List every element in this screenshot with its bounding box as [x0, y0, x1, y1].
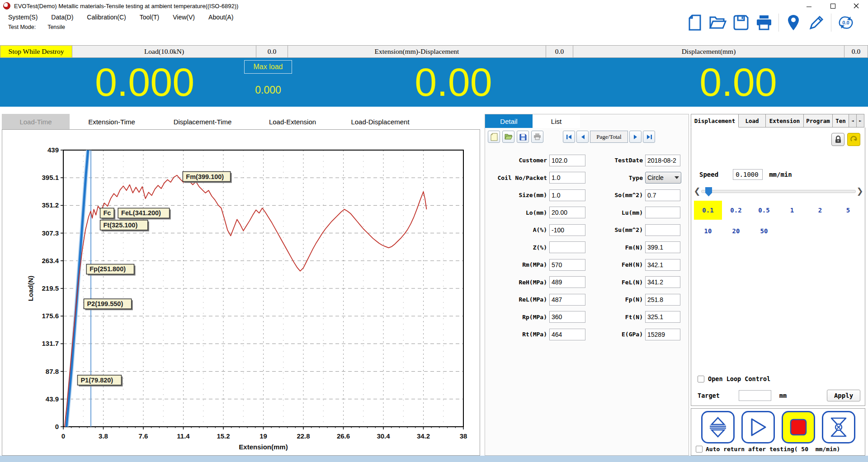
svg-text:0: 0 — [61, 432, 65, 440]
target-input[interactable] — [739, 390, 771, 401]
displacement-channel-label: Displacement(mm) — [573, 45, 844, 58]
open-folder-icon[interactable] — [709, 14, 726, 31]
field-input-rp-mpa[interactable] — [549, 311, 585, 323]
field-input-e-gpa[interactable] — [645, 329, 680, 340]
svg-text:Fp(251.800): Fp(251.800) — [90, 265, 126, 273]
svg-text:P2(199.550): P2(199.550) — [87, 300, 123, 307]
menu-item-calibration-c[interactable]: Calibration(C) — [87, 14, 126, 21]
chart-tab-load-extension[interactable]: Load-Extension — [251, 114, 334, 129]
field-input-su-mm-2[interactable] — [645, 224, 680, 236]
lock-icon[interactable] — [831, 133, 844, 146]
jog-up-down-button[interactable] — [701, 411, 735, 443]
field-input-fm-n[interactable] — [645, 241, 680, 253]
test-mode-value: Tensile — [47, 24, 65, 30]
control-tab-load[interactable]: Load — [739, 114, 766, 127]
chart-tab-extension-time[interactable]: Extension-Time — [70, 114, 154, 129]
control-tab-displacement[interactable]: Displacement — [691, 114, 739, 127]
control-tab-program[interactable]: Program — [804, 114, 833, 127]
speed-preset-row2: 102050 — [694, 222, 778, 240]
menu-item-data-d[interactable]: Data(D) — [51, 14, 73, 21]
field-input-lu-mm[interactable] — [645, 207, 680, 218]
speed-preset-10[interactable]: 10 — [694, 222, 722, 240]
speed-preset-50[interactable]: 50 — [750, 222, 778, 240]
detail-panel: DetailList Page/Total CustomerTestDateCo… — [485, 114, 689, 456]
svg-text:Ft(325.100): Ft(325.100) — [104, 222, 138, 229]
max-load-value: 0.000 — [244, 84, 292, 96]
location-pin-icon[interactable] — [785, 14, 802, 31]
minimize-button[interactable] — [797, 0, 821, 12]
start-test-button[interactable] — [741, 411, 775, 443]
record-open-icon[interactable] — [502, 131, 514, 143]
detail-tab-list[interactable]: List — [533, 114, 580, 128]
chart-tab-displacement-time[interactable]: Displacement-Time — [154, 114, 251, 129]
field-label-lu-mm: Lu(mm) — [585, 209, 645, 216]
speed-preset-5[interactable]: 5 — [834, 201, 862, 220]
detail-tab-detail[interactable]: Detail — [485, 114, 533, 128]
new-file-icon[interactable] — [686, 14, 703, 31]
svg-text:Load(N): Load(N) — [27, 276, 34, 302]
field-input-customer[interactable] — [549, 155, 585, 166]
speed-preset-0-1[interactable]: 0.1 — [694, 201, 722, 220]
speed-preset-0-5[interactable]: 0.5 — [750, 201, 778, 220]
zero-reset-label: 0.0 — [842, 20, 849, 25]
auto-return-checkbox[interactable] — [696, 446, 703, 453]
speed-preset-20[interactable]: 20 — [722, 222, 750, 240]
menu-item-about-a[interactable]: About(A) — [208, 14, 233, 21]
tab-scroll-right-icon[interactable]: ► — [857, 114, 864, 127]
speed-unit: mm/min — [769, 171, 792, 178]
slider-track[interactable] — [701, 190, 856, 193]
field-input-fel-n[interactable] — [645, 276, 680, 288]
field-input-fp-n[interactable] — [645, 294, 680, 306]
control-tab-extension[interactable]: Extension — [766, 114, 804, 127]
field-input-lo-mm[interactable] — [549, 207, 585, 218]
slider-thumb[interactable] — [705, 187, 712, 197]
field-input-ft-n[interactable] — [645, 311, 680, 323]
refresh-loop-icon[interactable] — [847, 133, 860, 146]
control-tab-ten[interactable]: Ten — [833, 114, 849, 127]
slider-right-arrow[interactable]: ❯ — [856, 186, 864, 196]
field-input-a[interactable] — [549, 224, 585, 236]
speed-preset-1[interactable]: 1 — [778, 201, 806, 220]
toolbar-separator — [778, 14, 779, 32]
speed-preset-2[interactable]: 2 — [806, 201, 834, 220]
field-input-coil-no-packet[interactable] — [549, 172, 585, 184]
tab-scroll-left-icon[interactable]: ◄ — [849, 114, 857, 127]
record-save-icon[interactable] — [517, 131, 529, 143]
first-page-icon[interactable] — [563, 131, 575, 143]
last-page-icon[interactable] — [643, 131, 655, 143]
return-limit-button[interactable] — [822, 411, 855, 443]
close-button[interactable] — [844, 0, 868, 12]
print-icon[interactable] — [755, 14, 773, 31]
edit-pencil-icon[interactable] — [808, 14, 825, 31]
prev-page-icon[interactable] — [576, 131, 589, 143]
save-icon[interactable] — [732, 14, 750, 31]
maximize-button[interactable] — [821, 0, 844, 12]
field-select-type[interactable]: Circle — [645, 172, 681, 184]
field-input-reh-mpa[interactable] — [549, 276, 585, 288]
speed-input[interactable] — [733, 169, 763, 180]
menu-item-tool-t[interactable]: Tool(T) — [140, 14, 160, 21]
chart-tab-load-time[interactable]: Load-Time — [2, 114, 70, 129]
field-input-size-mm[interactable] — [549, 189, 585, 201]
field-input-z[interactable] — [549, 241, 585, 253]
field-input-feh-n[interactable] — [645, 259, 680, 271]
open-loop-checkbox[interactable] — [698, 376, 704, 382]
field-input-rm-mpa[interactable] — [549, 259, 585, 271]
field-input-so-mm-2[interactable] — [645, 189, 680, 201]
apply-button[interactable]: Apply — [827, 390, 860, 401]
field-input-rt-mpa[interactable] — [549, 329, 585, 340]
chart-tab-load-displacement[interactable]: Load-Displacement — [334, 114, 427, 129]
record-new-icon[interactable] — [488, 131, 500, 143]
form-row-rm-mpa: Rm(MPa)FeH(N) — [488, 258, 687, 272]
next-page-icon[interactable] — [629, 131, 642, 143]
field-input-rel-mpa[interactable] — [549, 294, 585, 306]
stop-test-button[interactable] — [782, 411, 815, 443]
menu-item-system-s[interactable]: System(S) — [8, 14, 38, 21]
zero-reset-icon[interactable]: 0.0 — [837, 14, 854, 31]
menu-item-view-v[interactable]: View(V) — [173, 14, 195, 21]
slider-left-arrow[interactable]: ❮ — [693, 186, 701, 196]
speed-preset-0-2[interactable]: 0.2 — [722, 201, 750, 220]
record-print-icon[interactable] — [531, 131, 543, 143]
field-input-testdate[interactable] — [645, 155, 680, 166]
svg-text:175.6: 175.6 — [42, 312, 59, 320]
